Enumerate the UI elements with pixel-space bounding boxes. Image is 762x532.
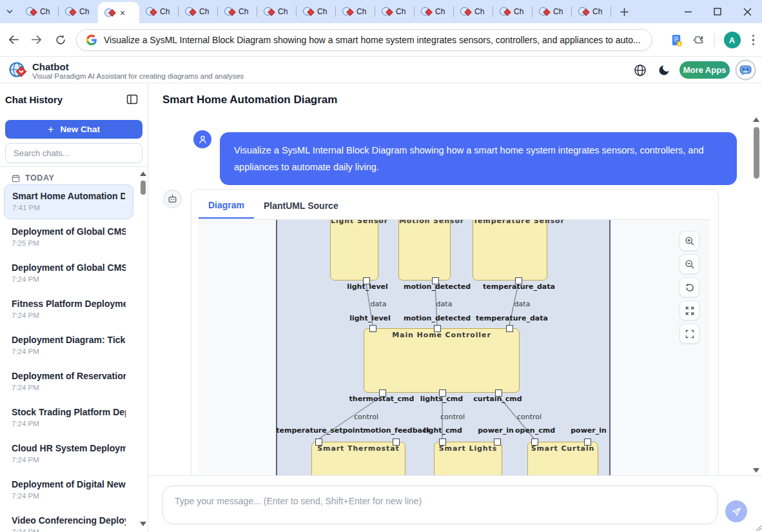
chat-scrollbar-thumb[interactable] xyxy=(754,127,759,179)
chat-history-item[interactable]: Cloud HR System Deployment7:24 PM xyxy=(4,437,133,472)
browser-tab[interactable]: Ch xyxy=(375,0,415,23)
browser-tab[interactable]: Ch xyxy=(218,0,257,23)
port[interactable] xyxy=(393,438,400,446)
browser-tab[interactable]: Ch xyxy=(336,0,375,23)
chat-history-item[interactable]: Deployment of Global CMS7:24 PM xyxy=(4,257,133,291)
block-temperature-sensor[interactable]: Temperature Sensor xyxy=(473,219,547,281)
maximize-icon[interactable] xyxy=(703,0,732,23)
sidebar-scrollbar-thumb[interactable] xyxy=(141,181,146,195)
port[interactable] xyxy=(369,325,376,332)
block-main-home-controller[interactable]: Main Home Controller xyxy=(364,328,520,393)
port[interactable] xyxy=(506,325,513,332)
browser-tab[interactable]: Ch xyxy=(179,0,218,23)
composer xyxy=(148,475,762,532)
port[interactable] xyxy=(495,389,502,397)
chatbot-badge-icon[interactable] xyxy=(735,59,756,81)
tab-label: Ch xyxy=(357,7,366,16)
browser-tab[interactable]: Ch xyxy=(493,0,532,23)
block-smart-curtain[interactable]: Smart Curtain xyxy=(527,442,598,475)
port[interactable] xyxy=(363,277,370,284)
browser-tab[interactable]: Ch xyxy=(19,0,59,23)
sidebar-scroll-up-icon[interactable] xyxy=(140,172,146,176)
browser-tab-active[interactable]: × xyxy=(98,2,139,23)
diagram-viewer[interactable]: Light SensorMotion SensorTemperature Sen… xyxy=(199,219,710,475)
more-apps-button[interactable]: More Apps xyxy=(679,61,730,79)
app-subtitle: Visual Paradigm AI Assistant for creatin… xyxy=(32,72,244,80)
browser-menu-icon[interactable] xyxy=(750,32,757,48)
language-globe-icon[interactable] xyxy=(634,64,647,77)
reload-icon[interactable] xyxy=(50,29,72,51)
tab-plantuml-source[interactable]: PlantUML Source xyxy=(254,190,348,219)
extensions-icon[interactable] xyxy=(692,34,705,46)
chat-scroll-down-icon[interactable] xyxy=(753,468,759,473)
send-button[interactable] xyxy=(725,500,747,522)
zoom-in-icon[interactable] xyxy=(679,231,699,251)
close-window-icon[interactable] xyxy=(732,0,762,23)
chat-history-item[interactable]: Deployment of Digital News ...7:24 PM xyxy=(4,473,133,508)
forward-icon[interactable] xyxy=(26,29,48,51)
address-bar[interactable]: Visualize a SysML Internal Block Diagram… xyxy=(76,29,652,51)
chat-history-item[interactable]: Smart Home Automation Di...7:41 PM xyxy=(4,184,133,219)
main-area: Smart Home Automation Diagram Visualize … xyxy=(148,83,762,532)
port[interactable] xyxy=(439,438,446,446)
chat-scroll-up-icon[interactable] xyxy=(753,117,759,122)
chat-messages-area[interactable]: Visualize a SysML Internal Block Diagram… xyxy=(148,114,762,475)
window-controls xyxy=(673,0,762,23)
block-smart-thermostat[interactable]: Smart Thermostat xyxy=(311,442,405,475)
port[interactable] xyxy=(439,389,446,397)
tab-favicon xyxy=(146,6,156,17)
chat-item-time: 7:24 PM xyxy=(12,311,126,319)
browser-tab[interactable]: Ch xyxy=(297,0,336,23)
port[interactable] xyxy=(494,438,501,446)
port[interactable] xyxy=(379,389,386,397)
message-input-box[interactable] xyxy=(162,486,718,524)
chat-history-item[interactable]: Stock Trading Platform Depl...7:24 PM xyxy=(4,401,133,436)
browser-tab[interactable]: Ch xyxy=(59,0,98,23)
browser-tab[interactable]: Ch xyxy=(415,0,454,23)
profile-avatar[interactable]: A xyxy=(724,32,741,48)
port[interactable] xyxy=(434,325,441,332)
chat-history-item[interactable]: Deployment of Reservation S...7:24 PM xyxy=(4,365,133,400)
expand-icon[interactable] xyxy=(679,300,699,320)
browser-tab[interactable]: Ch xyxy=(572,0,611,23)
tab-diagram[interactable]: Diagram xyxy=(199,190,254,219)
tab-favicon xyxy=(104,8,115,18)
search-chats-input[interactable] xyxy=(5,143,142,163)
dark-mode-moon-icon[interactable] xyxy=(658,64,670,77)
chat-history-item[interactable]: Deployment of Global CMS7:25 PM xyxy=(4,221,133,255)
block-light-sensor[interactable]: Light Sensor xyxy=(330,219,378,281)
tab-label: Ch xyxy=(79,7,89,16)
tab-favicon xyxy=(26,6,36,17)
fullscreen-icon[interactable] xyxy=(679,324,699,344)
browser-tab[interactable]: Ch xyxy=(532,0,572,23)
port[interactable] xyxy=(584,438,591,446)
reset-view-icon[interactable] xyxy=(679,277,699,297)
chat-history-item[interactable]: Fitness Platform Deployment7:24 PM xyxy=(4,293,133,328)
browser-tab[interactable]: Ch xyxy=(139,0,179,23)
back-icon[interactable] xyxy=(2,29,24,51)
resize-grip-icon[interactable] xyxy=(756,525,762,531)
tab-favicon xyxy=(460,6,471,17)
port[interactable] xyxy=(531,438,538,446)
message-input[interactable] xyxy=(163,486,717,524)
chat-history-item[interactable]: Deployment Diagram: Ticket...7:24 PM xyxy=(4,329,133,364)
port[interactable] xyxy=(315,438,322,446)
minimize-icon[interactable] xyxy=(673,0,703,23)
tab-search-chevron-icon[interactable] xyxy=(0,0,19,23)
chat-history-item[interactable]: Video Conferencing Deploy...7:24 PM xyxy=(4,509,133,532)
new-tab-button[interactable] xyxy=(615,3,633,21)
tab-favicon xyxy=(264,6,274,17)
browser-tab[interactable]: Ch xyxy=(257,0,297,23)
block-smart-lights[interactable]: Smart Lights xyxy=(434,442,502,475)
browser-tab[interactable]: Ch xyxy=(454,0,493,23)
zoom-out-icon[interactable] xyxy=(679,254,699,274)
reading-list-icon[interactable] xyxy=(670,34,683,47)
sidebar-scroll-down-icon[interactable] xyxy=(140,522,146,526)
new-chat-button[interactable]: + New Chat xyxy=(5,120,142,139)
port[interactable] xyxy=(515,277,522,284)
tab-close-icon[interactable]: × xyxy=(120,8,125,17)
port[interactable] xyxy=(432,277,439,284)
chat-item-title: Fitness Platform Deployment xyxy=(12,299,126,309)
collapse-sidebar-icon[interactable] xyxy=(126,94,138,105)
block-motion-sensor[interactable]: Motion Sensor xyxy=(398,219,451,281)
